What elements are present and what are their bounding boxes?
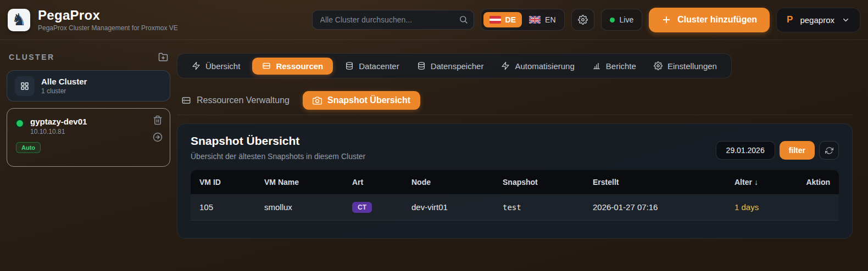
server-icon <box>262 61 271 70</box>
content-divider <box>177 115 853 115</box>
language-switcher: DE EN <box>481 9 565 31</box>
trash-icon[interactable] <box>153 115 163 125</box>
col-art[interactable]: Art <box>352 178 411 187</box>
filter-button[interactable]: filter <box>780 141 815 160</box>
language-en-button[interactable]: EN <box>523 12 561 27</box>
subtab-label: Ressourcen Verwaltung <box>197 95 290 105</box>
user-menu-button[interactable]: P pegaprox <box>776 8 860 32</box>
tab-label: Automatisierung <box>515 61 574 71</box>
subtab-snapshot-uebersicht[interactable]: Snapshot Übersicht <box>303 91 420 110</box>
col-aktion[interactable]: Aktion <box>806 178 830 187</box>
cluster-search <box>312 10 474 30</box>
server-icon <box>181 95 191 105</box>
zap-icon <box>192 61 201 70</box>
panel-header: Snapshot Übersicht Übersicht der älteste… <box>191 134 839 161</box>
database-icon <box>345 61 354 70</box>
online-status-dot-icon <box>15 118 25 128</box>
tab-uebersicht[interactable]: Übersicht <box>186 58 246 75</box>
austria-flag-icon <box>489 16 501 24</box>
cell-erstellt: 2026-01-27 07:16 <box>593 202 735 212</box>
tab-label: Berichte <box>606 61 636 71</box>
tab-ressourcen[interactable]: Ressourcen <box>252 58 333 75</box>
brand-text: PegaProx PegaProx Cluster Management for… <box>38 8 178 32</box>
page-title: Snapshot Übersicht <box>191 134 365 148</box>
gear-icon <box>654 61 663 70</box>
camera-icon <box>313 96 322 105</box>
tab-einstellungen[interactable]: Einstellungen <box>648 58 722 75</box>
chevron-down-icon <box>842 16 850 24</box>
cell-vm-id: 105 <box>199 202 264 212</box>
subtab-ressourcen-verwaltung[interactable]: Ressourcen Verwaltung <box>181 95 290 105</box>
col-vm-name[interactable]: VM Name <box>264 178 352 187</box>
add-cluster-label: Cluster hinzufügen <box>677 15 757 25</box>
col-alter[interactable]: Alter↓ <box>735 178 806 187</box>
add-cluster-button[interactable]: Cluster hinzufügen <box>649 8 770 32</box>
tab-label: Datenspeicher <box>431 61 484 71</box>
col-snapshot[interactable]: Snapshot <box>503 178 593 187</box>
table-header-row: VM ID VM Name Art Node Snapshot Erstellt… <box>191 170 839 194</box>
sidebar-item-cluster[interactable]: gyptazy-dev01 10.10.10.81 Auto <box>7 108 170 167</box>
content: CLUSTER Alle Cluster 1 cluster <box>0 40 868 239</box>
plus-icon <box>661 15 671 25</box>
tab-berichte[interactable]: Berichte <box>587 58 642 75</box>
tab-datenspeicher[interactable]: Datenspeicher <box>411 58 489 75</box>
cluster-row: gyptazy-dev01 10.10.10.81 <box>15 117 162 136</box>
user-name: pegaprox <box>800 15 834 25</box>
cell-art: CT <box>352 202 411 213</box>
table-row[interactable]: 105 smollux CT dev-virt01 test 2026-01-2… <box>191 194 839 221</box>
col-erstellt[interactable]: Erstellt <box>593 178 735 187</box>
tab-label: Einstellungen <box>667 61 717 71</box>
filter-controls: filter <box>716 141 839 160</box>
cluster-text: gyptazy-dev01 10.10.10.81 <box>30 117 87 136</box>
arrow-right-circle-icon[interactable] <box>153 132 163 142</box>
snapshot-panel: Snapshot Übersicht Übersicht der älteste… <box>177 123 853 239</box>
cell-node: dev-virt01 <box>411 202 503 212</box>
sub-tab-bar: Ressourcen Verwaltung Snapshot Übersicht <box>181 91 853 110</box>
main-tab-bar: Übersicht Ressourcen Datacenter Datenspe… <box>177 53 732 78</box>
tab-label: Übersicht <box>205 61 240 71</box>
language-de-button[interactable]: DE <box>483 12 522 27</box>
search-input[interactable] <box>312 10 474 30</box>
uk-flag-icon <box>529 16 541 24</box>
live-label: Live <box>620 15 634 24</box>
live-dot-icon <box>610 18 615 22</box>
cell-alter: 1 days <box>735 202 806 212</box>
gear-icon <box>578 15 588 25</box>
live-status-badge: Live <box>601 9 643 31</box>
pegaprox-app: ♞ PegaProx PegaProx Cluster Management f… <box>0 0 868 271</box>
cluster-name: gyptazy-dev01 <box>30 117 87 126</box>
tab-label: Datacenter <box>359 61 399 71</box>
main-area: Übersicht Ressourcen Datacenter Datenspe… <box>177 40 868 239</box>
cluster-actions <box>153 115 163 142</box>
cell-snapshot: test <box>503 203 593 212</box>
pegasus-logo-icon: ♞ <box>8 9 30 31</box>
sidebar-header: CLUSTER <box>9 52 168 62</box>
all-clusters-count: 1 cluster <box>41 87 87 95</box>
col-node[interactable]: Node <box>411 178 503 187</box>
page-subtitle: Übersicht der ältesten Snapshots in dies… <box>191 152 365 161</box>
bar-chart-icon <box>592 61 601 70</box>
all-clusters-text: Alle Cluster 1 cluster <box>41 77 87 95</box>
auto-badge: Auto <box>16 142 41 153</box>
date-input[interactable] <box>716 141 775 160</box>
search-icon <box>459 15 468 24</box>
tab-automatisierung[interactable]: Automatisierung <box>496 58 580 75</box>
col-vm-id[interactable]: VM ID <box>199 178 264 187</box>
top-bar: ♞ PegaProx PegaProx Cluster Management f… <box>0 0 868 40</box>
app-subtitle: PegaProx Cluster Management for Proxmox … <box>38 24 178 32</box>
folder-plus-icon[interactable] <box>158 52 168 62</box>
settings-button[interactable] <box>571 9 594 31</box>
panel-title-block: Snapshot Übersicht Übersicht der älteste… <box>191 134 365 161</box>
tab-datacenter[interactable]: Datacenter <box>340 58 404 75</box>
sort-down-icon: ↓ <box>754 178 758 187</box>
language-en-label: EN <box>545 15 555 24</box>
tab-label: Ressourcen <box>276 61 323 71</box>
snapshot-table: VM ID VM Name Art Node Snapshot Erstellt… <box>191 170 839 221</box>
cluster-sidebar: CLUSTER Alle Cluster 1 cluster <box>0 40 177 239</box>
sidebar-heading: CLUSTER <box>9 53 55 61</box>
language-de-label: DE <box>505 15 516 24</box>
refresh-button[interactable] <box>819 141 839 160</box>
brand: ♞ PegaProx PegaProx Cluster Management f… <box>8 8 178 32</box>
ct-type-badge: CT <box>352 202 372 213</box>
sidebar-item-all-clusters[interactable]: Alle Cluster 1 cluster <box>7 70 170 101</box>
